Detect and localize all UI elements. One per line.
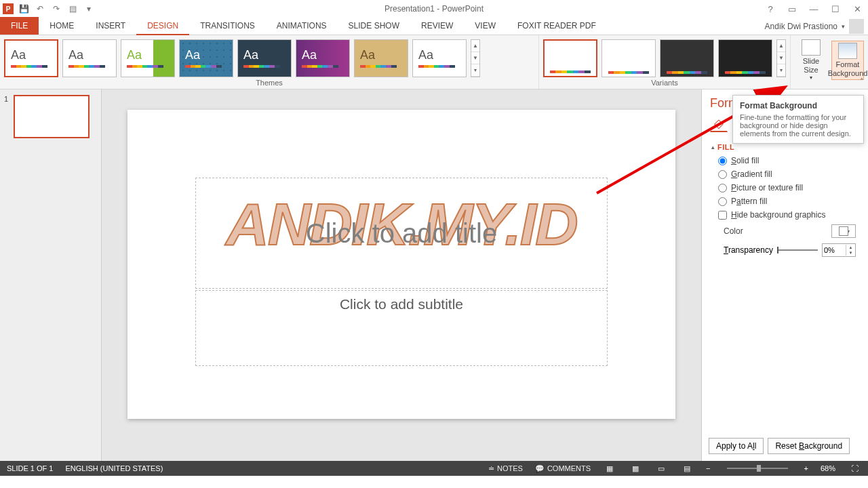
redo-icon[interactable]: ↷ <box>49 1 64 16</box>
language[interactable]: ENGLISH (UNITED STATES) <box>65 464 163 472</box>
notes-button[interactable]: ≐ NOTES <box>488 464 523 473</box>
transparency-label: Transparency <box>724 245 773 255</box>
avatar[interactable] <box>849 19 864 34</box>
collapse-ribbon-icon[interactable]: ˄ <box>860 77 864 86</box>
reset-background-button[interactable]: Reset Background <box>768 438 850 454</box>
variant-3[interactable] <box>660 39 714 77</box>
format-background-icon <box>838 43 857 59</box>
sorter-view-icon[interactable]: ▩ <box>629 463 642 474</box>
slide-thumbnail-1[interactable] <box>14 95 90 138</box>
tab-review[interactable]: REVIEW <box>410 17 464 35</box>
reading-view-icon[interactable]: ▭ <box>654 463 668 474</box>
tab-home[interactable]: HOME <box>39 17 85 35</box>
slide-number: 1 <box>4 95 8 103</box>
apply-to-all-button[interactable]: Apply to All <box>709 438 764 454</box>
account-dropdown-icon[interactable]: ▾ <box>842 23 845 30</box>
variants-more[interactable]: ▲▼▾ <box>776 39 786 77</box>
slide-size-label: Slide Size <box>796 57 826 75</box>
variant-4[interactable] <box>718 39 772 77</box>
theme-7[interactable]: Aa <box>354 39 408 77</box>
variant-2[interactable] <box>601 39 656 77</box>
qat-more-icon[interactable]: ▾ <box>81 1 96 16</box>
spin-up-icon[interactable]: ▲ <box>846 245 855 250</box>
themes-more[interactable]: ▲▼▾ <box>471 39 480 77</box>
zoom-level[interactable]: 68% <box>821 464 835 472</box>
fill-icon[interactable]: ◇ <box>710 115 728 132</box>
format-background-button[interactable]: Format Background <box>831 41 864 80</box>
tab-view[interactable]: VIEW <box>464 17 507 35</box>
status-bar: SLIDE 1 OF 1 ENGLISH (UNITED STATES) ≐ N… <box>0 461 868 476</box>
slide-editor: ANDIK.MY.ID Click to add title Click to … <box>102 89 701 461</box>
solid-fill-option[interactable]: Solid fill <box>711 154 859 167</box>
ribbon-tabs: FILE HOME INSERT DESIGN TRANSITIONS ANIM… <box>0 18 868 35</box>
format-background-label: Format Background <box>828 60 868 78</box>
transparency-row: Transparency ▲▼ <box>711 241 859 260</box>
theme-2[interactable]: Aa <box>62 39 117 77</box>
group-variants-label: Variants <box>543 78 786 87</box>
theme-5[interactable]: Aa <box>237 39 292 77</box>
quick-access-toolbar: 💾 ↶ ↷ ▤ ▾ <box>16 1 96 16</box>
maximize-icon[interactable]: ☐ <box>827 1 844 16</box>
undo-icon[interactable]: ↶ <box>33 1 47 16</box>
solid-fill-radio[interactable] <box>718 157 727 165</box>
pattern-fill-radio[interactable] <box>718 197 727 206</box>
slide-thumbnails-panel: 1 <box>0 89 102 461</box>
collapse-icon: ▴ <box>711 144 715 150</box>
variant-1[interactable] <box>543 39 597 77</box>
format-background-tooltip: Format Background Fine-tune the formatti… <box>732 95 864 144</box>
fit-slide-icon[interactable]: ⛶ <box>848 463 861 474</box>
slide-canvas[interactable]: ANDIK.MY.ID Click to add title Click to … <box>127 110 675 419</box>
spin-down-icon[interactable]: ▼ <box>846 250 855 256</box>
color-label: Color <box>724 226 743 236</box>
title-placeholder[interactable]: Click to add title <box>195 178 608 289</box>
subtitle-placeholder-text: Click to add subtitle <box>340 296 463 312</box>
close-icon[interactable]: ✕ <box>849 1 865 16</box>
fill-section-label: FILL <box>717 143 734 151</box>
ribbon-options-icon[interactable]: ▭ <box>784 1 800 16</box>
hide-graphics-option[interactable]: Hide background graphics <box>711 208 859 222</box>
start-icon[interactable]: ▤ <box>65 1 80 16</box>
account-area[interactable]: Andik Dwi Prastiono ▾ <box>765 19 864 34</box>
transparency-input[interactable] <box>823 246 846 254</box>
gradient-fill-radio[interactable] <box>718 170 727 179</box>
tab-transitions[interactable]: TRANSITIONS <box>189 17 266 35</box>
zoom-slider[interactable] <box>727 468 788 469</box>
normal-view-icon[interactable]: ▦ <box>603 463 616 474</box>
transparency-spinner[interactable]: ▲▼ <box>822 243 856 257</box>
zoom-out-icon[interactable]: − <box>706 464 710 472</box>
picture-fill-radio[interactable] <box>718 184 727 192</box>
ribbon: Aa Aa Aa Aa Aa Aa Aa Aa ▲▼▾ Themes ▲▼▾ V… <box>0 35 868 89</box>
tab-foxit[interactable]: FOXIT READER PDF <box>507 17 607 35</box>
zoom-in-icon[interactable]: + <box>804 464 808 472</box>
help-icon[interactable]: ? <box>762 1 778 16</box>
tab-slideshow[interactable]: SLIDE SHOW <box>338 17 410 35</box>
tab-animations[interactable]: ANIMATIONS <box>266 17 338 35</box>
save-icon[interactable]: 💾 <box>16 1 31 16</box>
theme-office[interactable]: Aa <box>4 39 58 77</box>
tab-file[interactable]: FILE <box>0 17 39 35</box>
tab-design[interactable]: DESIGN <box>136 18 189 35</box>
theme-6[interactable]: Aa <box>296 39 350 77</box>
slide-size-button[interactable]: Slide Size▾ <box>795 38 827 83</box>
subtitle-placeholder[interactable]: Click to add subtitle <box>195 290 608 366</box>
slide-count[interactable]: SLIDE 1 OF 1 <box>7 464 53 472</box>
gradient-fill-option[interactable]: Gradient fill <box>711 167 859 181</box>
theme-4[interactable]: Aa <box>179 39 233 77</box>
minimize-icon[interactable]: — <box>806 1 822 16</box>
theme-3[interactable]: Aa <box>121 39 175 77</box>
slideshow-view-icon[interactable]: ▤ <box>680 463 694 474</box>
title-bar: P 💾 ↶ ↷ ▤ ▾ Presentation1 - PowerPoint ?… <box>0 0 868 18</box>
hide-graphics-checkbox[interactable] <box>718 211 727 220</box>
powerpoint-icon: P <box>3 3 14 14</box>
color-row: Color <box>711 222 859 241</box>
tooltip-body: Fine-tune the formatting for your backgr… <box>740 113 856 138</box>
group-themes-label: Themes <box>4 78 534 87</box>
window-title: Presentation1 - PowerPoint <box>384 4 484 14</box>
theme-8[interactable]: Aa <box>412 39 467 77</box>
color-picker-button[interactable] <box>831 224 856 238</box>
picture-fill-option[interactable]: Picture or texture fill <box>711 181 859 195</box>
comments-button[interactable]: 💬 COMMENTS <box>535 464 591 473</box>
transparency-slider[interactable] <box>777 249 818 251</box>
pattern-fill-option[interactable]: Pattern fill <box>711 195 859 208</box>
tab-insert[interactable]: INSERT <box>85 17 136 35</box>
